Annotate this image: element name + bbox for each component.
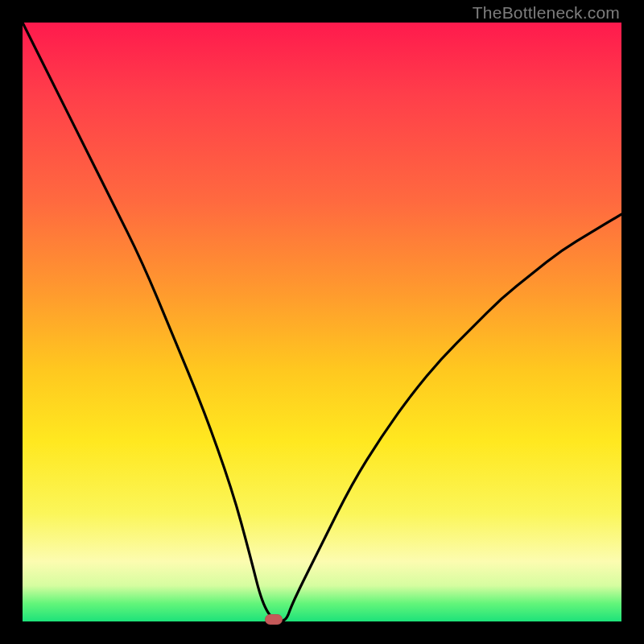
curve-svg (23, 23, 621, 621)
bottleneck-curve-path (23, 23, 621, 621)
watermark-text: TheBottleneck.com (473, 3, 620, 23)
plot-area (23, 23, 621, 621)
optimal-point-marker (265, 614, 283, 625)
chart-frame: TheBottleneck.com (0, 0, 644, 644)
